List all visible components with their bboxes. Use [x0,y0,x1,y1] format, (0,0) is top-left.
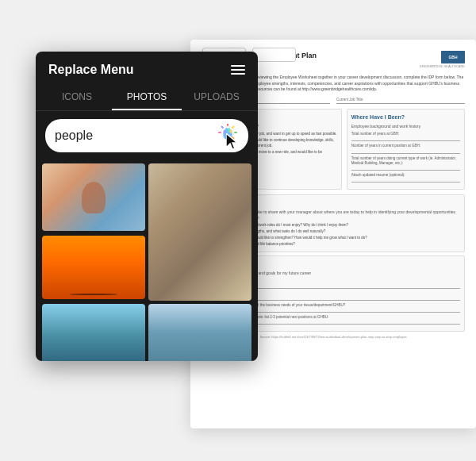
been-field-2: Number of years in current position at G… [351,144,460,153]
been-field-1: Total number of years at GBH: [351,132,460,141]
doc-logo: GBH GREENBRIDGE HEALTHCARE [420,51,465,69]
photo-pregnant[interactable] [148,163,251,301]
logo-text: GBH [448,55,457,60]
job-field-label: Current Job Title: [336,98,465,102]
search-icon-area [207,124,239,148]
photo-crowd[interactable] [42,304,145,361]
tab-photos[interactable]: PHOTOS [112,85,182,110]
svg-line-6 [222,127,224,129]
been-title: Where Have I Been? [351,113,460,121]
been-subtitle: Employee background and work history [351,124,460,129]
menu-header: Replace Menu [36,52,258,85]
replace-menu: Replace Menu ICONS PHOTOS UPLOADS people [36,52,258,361]
photo-jump[interactable] [42,236,145,299]
job-field: Current Job Title: [336,98,465,104]
photo-mountain[interactable] [148,304,251,361]
menu-tabs: ICONS PHOTOS UPLOADS [36,85,258,111]
been-field-3: Total number of years doing current type… [351,156,460,171]
logo-sub: GREENBRIDGE HEALTHCARE [420,64,465,69]
search-bar[interactable]: people [45,119,248,152]
svg-line-3 [232,127,234,129]
photo-yoga[interactable] [42,163,145,231]
been-field-4: Attach updated resume (optional): [351,173,460,182]
top-input-box-2[interactable] [252,48,296,62]
tab-uploads[interactable]: UPLOADS [182,85,251,110]
menu-title: Replace Menu [48,63,134,77]
been-section: Where Have I Been? Employee background a… [347,109,465,190]
search-text: people [55,129,201,143]
tab-icons[interactable]: ICONS [42,85,112,110]
hamburger-icon[interactable] [231,65,245,75]
svg-point-10 [225,128,228,133]
svg-marker-13 [226,133,237,149]
cursor-icon [226,133,240,151]
photos-grid [36,160,258,361]
